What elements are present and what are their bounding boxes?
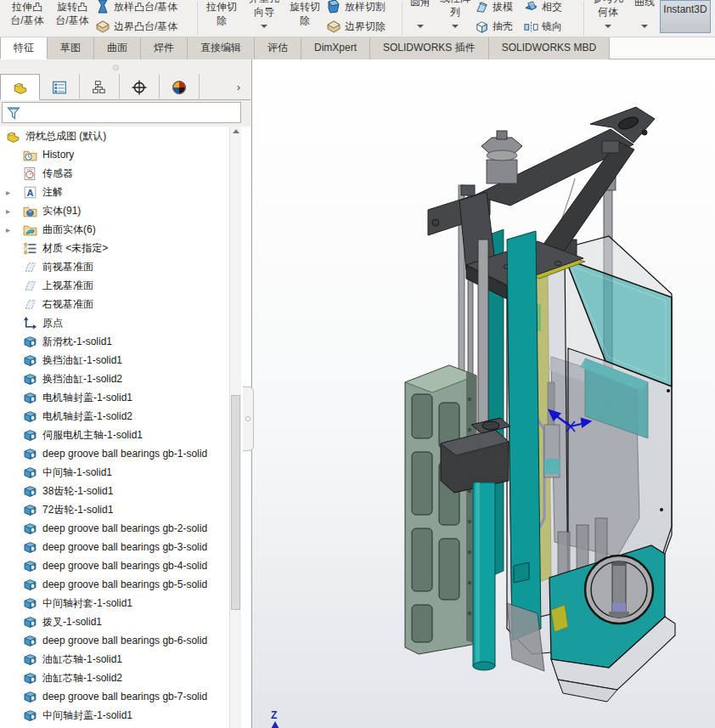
mirror-button[interactable]: 镜向 [524,18,580,35]
tree-item[interactable]: 中间轴-1-solid1 [0,463,229,482]
assembly-icon [6,129,20,144]
tree-item[interactable]: ▸ A 注解 [0,183,229,201]
shell-button[interactable]: 抽壳 [475,18,524,35]
tree-item[interactable]: 新滑枕-1-solid1 [0,332,229,351]
tab-displaymanager[interactable] [160,74,200,100]
expand-arrow-icon[interactable]: ▸ [6,188,23,197]
dropdown-arrow-icon[interactable] [641,25,648,28]
tab-solidworks-addins[interactable]: SOLIDWORKS 插件 [370,37,489,59]
draft-button[interactable]: 拔模 [475,0,524,15]
revolve-boss-button[interactable]: 旋转凸 台/基体 [49,0,95,37]
tab-weldments[interactable]: 焊件 [141,37,188,59]
tree-item[interactable]: deep groove ball bearings gb-5-solid [0,575,229,594]
tree-item[interactable]: 前视基准面 [0,257,229,276]
tree-item[interactable]: 油缸芯轴-1-solid1 [0,650,229,669]
tree-item[interactable]: 原点 [0,313,229,332]
solid-icon [23,353,37,368]
solid-icon [23,615,37,629]
expand-arrow-icon[interactable]: ▸ [6,206,23,216]
tab-propertymanager[interactable] [40,74,80,100]
dropdown-arrow-icon[interactable] [261,25,267,28]
tab-configurationmanager[interactable] [80,74,120,100]
boundary-cut-button[interactable]: 边界切除 [326,18,399,35]
panel-tabs-expand-button[interactable]: › [227,74,251,99]
revolve-cut-button[interactable]: 旋转切 除 [285,0,324,37]
graphics-viewport[interactable]: Z [251,59,715,728]
reference-geometry-button[interactable]: 参考几 何体 [587,0,629,37]
hole-wizard-button[interactable]: 异型孔 向导 [244,0,284,37]
tree-item[interactable]: 右视基准面 [0,295,229,313]
tree-item[interactable]: 换挡油缸-1-solid2 [0,370,229,388]
solid-icon [23,503,37,517]
boundary-boss-button[interactable]: 边界凸台/基体 [95,18,197,35]
loft-cut-button[interactable]: 放样切割 [326,0,399,15]
tree-item[interactable]: 换挡油缸-1-solid1 [0,351,229,370]
tree-item[interactable]: 中间轴封盖-1-solid2 [0,725,229,728]
configuration-icon [92,80,107,95]
tree-item[interactable]: 电机轴封盖-1-solid1 [0,388,229,407]
tree-item[interactable]: 伺服电机主轴-1-solid1 [0,426,229,444]
draft-icon [475,0,489,14]
dropdown-arrow-icon[interactable] [605,25,611,28]
tab-evaluate[interactable]: 评估 [255,37,301,59]
tree-item[interactable]: 电机轴封盖-1-solid2 [0,407,229,426]
plane-icon [23,260,37,274]
panel-splitter-dot[interactable] [113,65,119,71]
display-sphere-icon [172,80,187,95]
tree-item[interactable]: deep groove ball bearings gb-1-solid [0,444,229,463]
tab-dimxpert[interactable]: DimXpert [301,37,370,59]
tree-item[interactable]: ▸ 实体(91) [0,201,229,220]
intersect-button[interactable]: 相交 [524,0,580,15]
expand-arrow-icon[interactable]: ▸ [6,225,23,234]
tree-item[interactable]: 拨叉-1-solid1 [0,612,229,631]
tree-item[interactable]: deep groove ball bearings gb-7-solid [0,687,229,706]
panel-tab-row: › [0,74,251,100]
tree-item[interactable]: deep groove ball bearings gb-2-solid [0,519,229,538]
loft-cut-icon [326,0,341,14]
tree-item[interactable]: deep groove ball bearings gb-6-solid [0,631,229,650]
scrollbar-up-arrow[interactable] [233,129,239,133]
tree-item[interactable]: 72齿轮-1-solid1 [0,500,229,519]
tree-item[interactable]: 滑枕总成图 (默认) [0,127,229,145]
tab-sketch[interactable]: 草图 [48,37,94,59]
tab-solidworks-mbd[interactable]: SOLIDWORKS MBD [489,37,610,59]
intersect-icon [524,0,538,14]
extrude-boss-button[interactable]: 拉伸凸 台/基体 [5,0,49,37]
tree-item[interactable]: 材质 <未指定> [0,239,229,257]
tab-featuremanager-tree[interactable] [0,74,40,100]
triad-z: Z [270,709,280,728]
tree-scrollbar[interactable] [229,127,241,728]
svg-text:A: A [26,187,33,197]
tab-features[interactable]: 特征 [0,37,48,59]
fillet-button[interactable]: 圆角 [405,0,436,37]
tree-item[interactable]: 上视基准面 [0,276,229,295]
tab-dimxpertmanager[interactable] [120,74,160,100]
tree-item[interactable]: 油缸芯轴-1-solid2 [0,669,229,687]
tree-item[interactable]: 传感器 [0,164,229,183]
ribbon-separator [197,2,198,36]
extrude-cut-button[interactable]: 拉伸切 除 [201,0,242,37]
dropdown-arrow-icon[interactable] [452,25,459,28]
dropdown-arrow-icon[interactable] [417,25,424,28]
curves-button[interactable]: 曲线 [630,0,659,37]
linear-pattern-button[interactable]: 线性阵 列 [436,0,474,37]
tab-surfaces[interactable]: 曲面 [94,37,141,59]
tree-item[interactable]: 38齿轮-1-solid1 [0,482,229,500]
dimxpert-target-icon [132,80,147,95]
tree-filter-input[interactable] [2,102,241,123]
tree-item[interactable]: deep groove ball bearings gb-4-solid [0,556,229,575]
instant3d-toggle[interactable]: Instant3D [660,0,711,33]
tree-item[interactable]: ▸ 曲面实体(6) [0,220,229,239]
tree-item[interactable]: 中间轴封盖-1-solid1 [0,706,229,725]
tab-direct-editing[interactable]: 直接编辑 [188,37,255,59]
tree-item[interactable]: deep groove ball bearings gb-3-solid [0,538,229,556]
loft-boss-button[interactable]: 放样凸台/基体 [95,0,197,15]
scrollbar-thumb[interactable] [231,395,240,610]
panel-collapse-handle[interactable] [243,387,254,451]
plane-icon [23,279,37,293]
teal-cylinder [473,483,495,670]
boundary-boss-icon [95,19,110,34]
tree-item[interactable]: 中间轴衬套-1-solid1 [0,594,229,612]
tree-item[interactable]: History [0,145,229,164]
feature-manager-panel: › 滑枕总成图 (默认) History 传感器 ▸ A 注解 ▸ 实体(91)… [0,59,251,728]
